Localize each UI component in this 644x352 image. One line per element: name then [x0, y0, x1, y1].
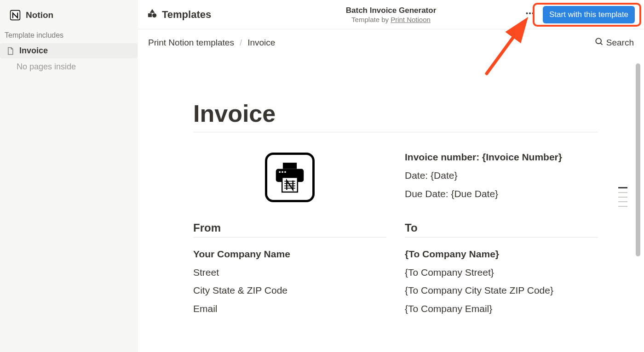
page-content: Invoice [138, 54, 644, 352]
from-email: Email [193, 300, 386, 318]
header-title: Batch Invoice Generator [346, 6, 437, 15]
svg-point-12 [284, 171, 286, 173]
search-label: Search [606, 38, 634, 48]
svg-point-4 [529, 12, 531, 14]
svg-point-10 [279, 171, 281, 173]
top-header: Templates Batch Invoice Generator Templa… [138, 0, 644, 29]
outline-line-icon [618, 206, 627, 207]
sidebar: Notion Template includes Invoice No page… [0, 0, 138, 352]
svg-rect-1 [148, 13, 152, 17]
subheader: Print Notion templates / Invoice Search [138, 29, 644, 54]
sidebar-item-invoice[interactable]: Invoice [0, 43, 138, 58]
outline-line-icon [618, 187, 627, 188]
page-title: Invoice [193, 100, 598, 127]
more-options-button[interactable] [523, 8, 536, 21]
header-right: Start with this template [523, 6, 635, 23]
to-company: {To Company Name} [405, 245, 598, 263]
svg-line-7 [600, 43, 602, 45]
sidebar-empty-state: No pages inside [0, 58, 138, 75]
divider [193, 237, 386, 238]
page-icon [6, 46, 15, 56]
outline-toggle[interactable] [618, 187, 627, 207]
svg-rect-8 [283, 163, 297, 169]
divider [405, 237, 598, 238]
scrollbar-thumb[interactable] [636, 63, 640, 256]
sidebar-item-label: Invoice [19, 46, 48, 56]
printer-logo [193, 143, 386, 202]
from-company: Your Company Name [193, 245, 386, 263]
header-subtitle: Template by Print Notioon [346, 16, 437, 23]
from-header: From [193, 221, 386, 234]
to-street: {To Company Street} [405, 263, 598, 282]
outline-line-icon [618, 197, 627, 198]
vertical-scrollbar[interactable] [636, 63, 640, 344]
invoice-meta: Invoice number: {Invoice Number} Date: {… [405, 143, 598, 203]
templates-label: Templates [162, 9, 211, 21]
invoice-date: Date: {Date} [405, 166, 598, 185]
invoice-number: Invoice number: {Invoice Number} [405, 148, 598, 166]
header-center: Batch Invoice Generator Template by Prin… [346, 6, 437, 23]
outline-line-icon [618, 192, 627, 193]
from-section: From Your Company Name Street City State… [193, 221, 386, 318]
printer-icon [265, 153, 315, 202]
brand[interactable]: Notion [0, 7, 138, 29]
svg-point-11 [282, 171, 283, 173]
breadcrumb-separator: / [240, 38, 242, 48]
start-with-template-button[interactable]: Start with this template [543, 6, 635, 23]
invoice-due-date: Due Date: {Due Date} [405, 185, 598, 203]
svg-point-2 [152, 13, 156, 17]
to-section: To {To Company Name} {To Company Street}… [405, 221, 598, 318]
breadcrumb: Print Notion templates / Invoice [148, 38, 275, 48]
shapes-icon [147, 8, 157, 21]
to-city: {To Company City State ZIP Code} [405, 281, 598, 300]
search-button[interactable]: Search [594, 37, 634, 48]
svg-point-3 [526, 12, 528, 14]
byline-author-link[interactable]: Print Notioon [391, 16, 431, 23]
to-email: {To Company Email} [405, 300, 598, 318]
from-street: Street [193, 263, 386, 282]
svg-point-5 [532, 12, 534, 14]
search-icon [594, 37, 604, 48]
templates-link[interactable]: Templates [147, 8, 211, 21]
breadcrumb-root[interactable]: Print Notion templates [148, 38, 234, 48]
notion-logo-icon [9, 9, 21, 21]
brand-name: Notion [26, 10, 53, 20]
ellipsis-icon [525, 8, 535, 21]
outline-line-icon [618, 201, 627, 202]
svg-point-6 [596, 38, 601, 44]
divider [193, 132, 598, 132]
byline-prefix: Template by [351, 16, 391, 23]
breadcrumb-current: Invoice [247, 38, 275, 48]
from-city: City State & ZIP Code [193, 281, 386, 300]
sidebar-section-label: Template includes [0, 29, 138, 43]
to-header: To [405, 221, 598, 234]
